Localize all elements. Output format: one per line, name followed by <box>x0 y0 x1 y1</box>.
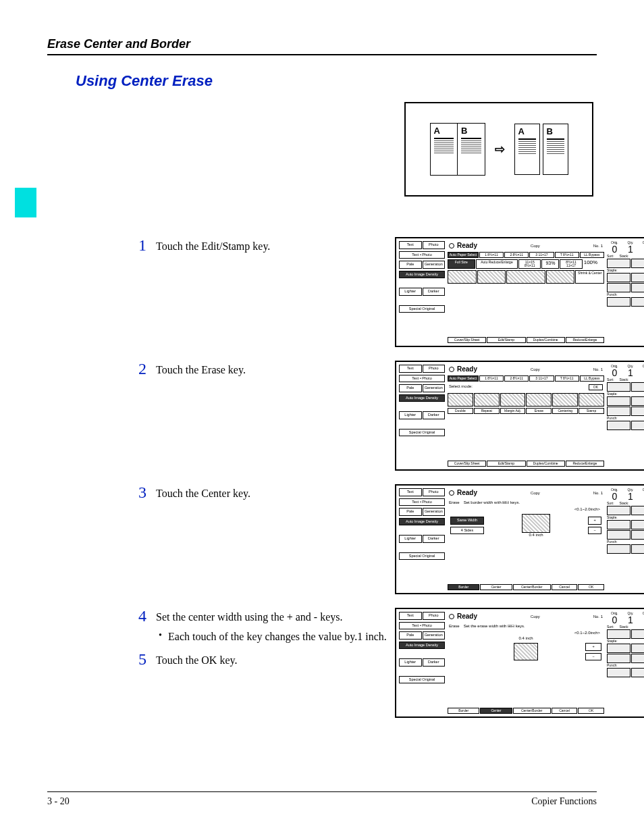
page-footer: 3 - 20 Copier Functions <box>47 791 597 807</box>
screen-2: TextPhoto Text • Photo PaleGeneration Au… <box>395 361 644 471</box>
plus-button[interactable]: + <box>585 643 601 651</box>
step-5: 5 Touch the OK key. <box>138 651 395 668</box>
book-before: A B <box>430 123 485 176</box>
concept-diagram: A B ⇨ A B <box>404 102 593 197</box>
section-title: Using Center Erase <box>76 72 597 90</box>
combine-icon[interactable] <box>506 270 545 284</box>
ready-icon <box>449 490 454 496</box>
arrow-icon: ⇨ <box>495 142 505 157</box>
combine-icon[interactable] <box>546 270 575 284</box>
step-4: 4 Set the center width using the + and -… <box>138 608 395 625</box>
screen-3: TextPhoto Text • Photo PaleGeneration Au… <box>395 484 644 594</box>
duplex-icon[interactable] <box>448 270 477 284</box>
sort-icon[interactable] <box>607 259 630 268</box>
running-header: Erase Center and Border <box>47 37 597 55</box>
step-2: 2 Touch the Erase key. <box>138 361 395 377</box>
erase-preview <box>522 514 550 533</box>
page-number: 3 - 20 <box>47 796 70 807</box>
step-4-bullet: • Each touch of the key changes the valu… <box>159 630 395 644</box>
page-a-label: A <box>434 126 454 135</box>
screen-1: TextPhoto Text • Photo PaleGeneration Au… <box>395 237 644 347</box>
ready-icon <box>449 243 454 249</box>
stack-icon[interactable] <box>631 259 645 268</box>
minus-button[interactable]: − <box>588 527 601 535</box>
plus-button[interactable]: + <box>588 517 601 525</box>
chapter-tab-marker <box>15 188 36 217</box>
book-after: A B <box>514 124 568 175</box>
header-title: Erase Center and Border <box>47 37 190 51</box>
page-b-label: B <box>461 126 481 135</box>
step-1: 1 Touch the Edit/Stamp key. <box>138 237 395 254</box>
ready-icon <box>449 614 454 619</box>
mode-icon[interactable] <box>448 393 473 407</box>
erase-preview <box>514 643 538 660</box>
screen-4: TextPhoto Text • Photo PaleGeneration Au… <box>395 608 644 718</box>
duplex-icon[interactable] <box>477 270 506 284</box>
step-3: 3 Touch the Center key. <box>138 484 395 501</box>
footer-section: Copier Functions <box>531 796 597 807</box>
minus-button[interactable]: − <box>585 653 601 661</box>
ready-icon <box>449 367 454 372</box>
